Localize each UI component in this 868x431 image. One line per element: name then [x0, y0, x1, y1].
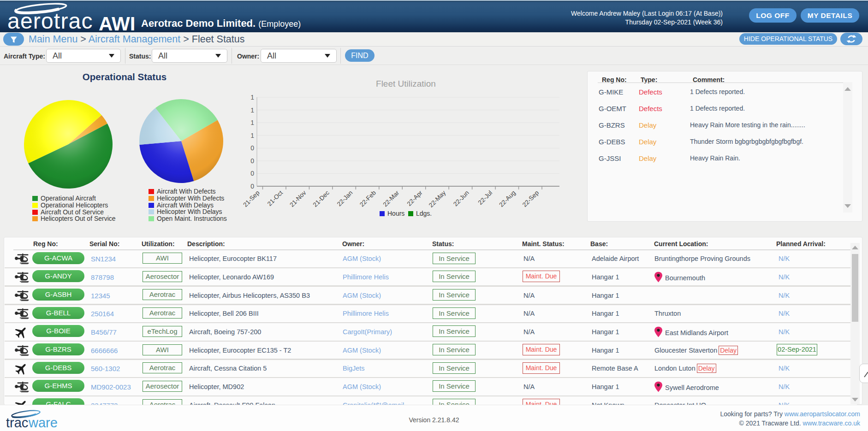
svg-text:22-Aug: 22-Aug	[498, 189, 517, 208]
svg-text:0: 0	[250, 183, 254, 190]
svg-text:0: 0	[250, 157, 254, 165]
svg-text:1: 1	[250, 94, 254, 101]
svg-text:22-Feb: 22-Feb	[358, 189, 377, 208]
svg-text:21-Nov: 21-Nov	[288, 189, 308, 208]
svg-text:22-Jul: 22-Jul	[477, 189, 494, 207]
svg-text:21-Sep: 21-Sep	[242, 189, 261, 208]
svg-text:22-Sep: 22-Sep	[521, 189, 540, 208]
svg-text:22-Mar: 22-Mar	[382, 189, 401, 208]
svg-text:22-Jun: 22-Jun	[452, 189, 470, 208]
svg-text:22-Jan: 22-Jan	[336, 189, 354, 208]
svg-text:1: 1	[250, 106, 254, 114]
svg-text:0: 0	[250, 144, 254, 152]
svg-text:1: 1	[250, 119, 254, 126]
svg-text:22-Apr: 22-Apr	[406, 189, 424, 207]
svg-text:Hours: Hours	[387, 210, 404, 217]
svg-text:Ldgs.: Ldgs.	[416, 210, 432, 217]
svg-text:22-May: 22-May	[428, 189, 447, 209]
svg-text:0: 0	[250, 170, 254, 177]
svg-text:21-Dec: 21-Dec	[312, 189, 331, 208]
svg-text:1: 1	[250, 132, 254, 139]
svg-text:21-Oct: 21-Oct	[266, 189, 284, 207]
